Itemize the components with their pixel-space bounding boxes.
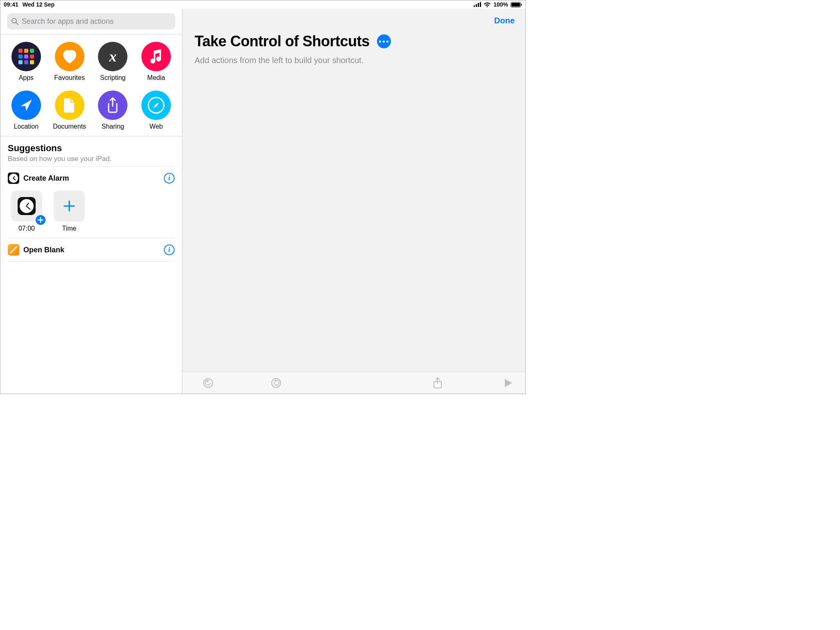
category-grid: Apps Favourites x Scripting Media	[0, 34, 182, 136]
alarm-custom-card[interactable]: Time	[54, 190, 85, 232]
plus-icon	[63, 200, 75, 212]
cellular-signal-icon	[474, 2, 481, 7]
svg-rect-6	[521, 4, 522, 6]
add-badge-icon	[36, 215, 45, 225]
custom-label: Time	[62, 225, 77, 232]
status-time: 09:41	[4, 1, 18, 8]
svg-rect-0	[474, 5, 475, 7]
preset-label: 07:00	[18, 225, 35, 232]
search-field[interactable]	[7, 13, 175, 29]
category-label: Sharing	[102, 123, 124, 130]
category-label: Documents	[53, 123, 86, 130]
more-options-button[interactable]	[377, 34, 391, 48]
svg-line-8	[16, 23, 18, 25]
run-button[interactable]	[504, 378, 513, 388]
music-note-icon	[141, 42, 171, 71]
redo-button[interactable]	[271, 378, 282, 388]
search-icon	[11, 18, 18, 25]
heart-icon	[55, 42, 84, 71]
status-bar: 09:41 Wed 12 Sep 100%	[0, 0, 525, 9]
share-button[interactable]	[433, 377, 443, 389]
variable-icon: x	[98, 42, 127, 71]
search-input[interactable]	[22, 17, 171, 26]
category-label: Web	[150, 123, 163, 130]
done-button[interactable]: Done	[494, 16, 515, 25]
status-date: Wed 12 Sep	[23, 1, 54, 8]
clock-app-icon	[18, 197, 36, 215]
category-label: Apps	[19, 74, 34, 82]
suggestions-section: Suggestions Based on how you use your iP…	[0, 136, 182, 166]
wifi-icon	[484, 2, 491, 7]
category-label: Media	[147, 74, 165, 82]
category-scripting[interactable]: x Scripting	[91, 42, 135, 82]
info-button[interactable]: i	[164, 245, 175, 255]
undo-button[interactable]	[203, 378, 213, 388]
safari-icon	[141, 91, 171, 120]
svg-rect-3	[480, 2, 481, 7]
document-icon	[55, 91, 84, 120]
clock-icon	[8, 172, 19, 184]
category-sharing[interactable]: Sharing	[91, 91, 135, 130]
actions-sidebar: Apps Favourites x Scripting Media	[0, 9, 182, 394]
shortcut-title[interactable]: Take Control of Shortcuts	[195, 33, 370, 50]
category-label: Scripting	[100, 74, 125, 82]
category-label: Location	[14, 123, 39, 130]
alarm-preset-card[interactable]: 07:00	[11, 190, 42, 232]
category-location[interactable]: Location	[5, 91, 48, 130]
suggestion-create-alarm: Create Alarm i 07:00	[8, 166, 175, 238]
editor-toolbar	[182, 372, 525, 394]
suggestion-open-blank[interactable]: Open Blank i	[8, 238, 175, 262]
editor-placeholder: Add actions from the left to build your …	[182, 53, 525, 68]
category-documents[interactable]: Documents	[48, 91, 91, 130]
battery-percent: 100%	[493, 1, 508, 8]
suggestion-title: Open Blank	[23, 246, 160, 254]
share-icon	[98, 91, 127, 120]
category-favourites[interactable]: Favourites	[48, 42, 91, 82]
category-label: Favourites	[54, 74, 85, 82]
battery-icon	[511, 2, 522, 7]
shortcut-editor: Done Take Control of Shortcuts Add actio…	[182, 9, 525, 394]
suggestion-title: Create Alarm	[23, 174, 160, 183]
location-arrow-icon	[11, 91, 41, 120]
svg-rect-2	[478, 3, 479, 7]
suggestions-title: Suggestions	[8, 143, 175, 154]
svg-rect-5	[511, 3, 520, 7]
apps-icon	[11, 42, 41, 71]
category-media[interactable]: Media	[134, 42, 178, 82]
suggestions-subtitle: Based on how you use your iPad.	[8, 155, 175, 163]
category-apps[interactable]: Apps	[5, 42, 48, 82]
svg-rect-1	[476, 4, 477, 7]
category-web[interactable]: Web	[134, 91, 178, 130]
info-button[interactable]: i	[164, 173, 175, 184]
pages-icon	[8, 244, 19, 256]
